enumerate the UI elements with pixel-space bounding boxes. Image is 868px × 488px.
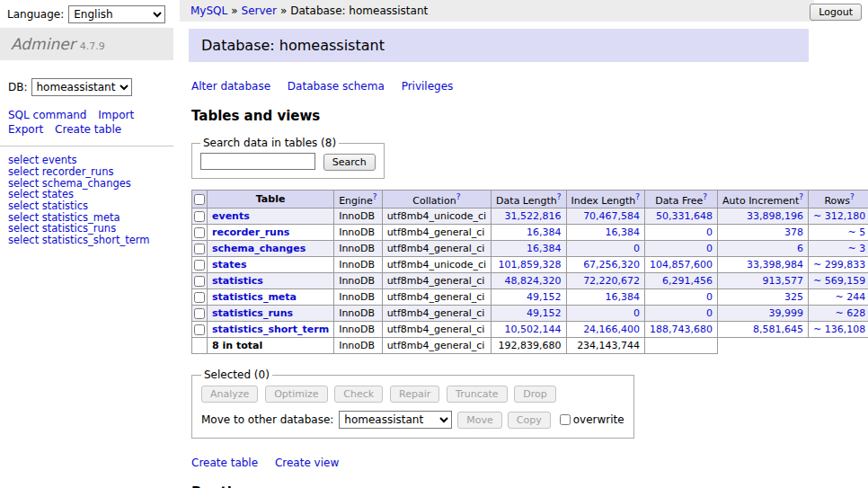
database-schema-link[interactable]: Database schema (288, 80, 385, 93)
row-checkbox[interactable] (194, 324, 205, 335)
check-button[interactable]: Check (334, 386, 383, 403)
row-checkbox[interactable] (194, 244, 205, 254)
table-link[interactable]: statistics_meta (212, 291, 297, 303)
copy-button[interactable]: Copy (508, 412, 551, 429)
help-icon[interactable]: ? (799, 192, 803, 201)
data-free-link[interactable]: 0 (706, 243, 713, 254)
row-checkbox[interactable] (194, 276, 205, 287)
row-checkbox[interactable] (194, 211, 205, 222)
table-link[interactable]: events (212, 210, 250, 222)
auto-increment-link[interactable]: 33,398,984 (747, 259, 803, 271)
adminer-logo-link[interactable]: Adminer (11, 35, 75, 53)
row-checkbox[interactable] (194, 308, 205, 319)
create-table-link[interactable]: Create table (191, 457, 258, 469)
auto-increment-link[interactable]: 6 (797, 243, 803, 254)
rows-link[interactable]: ~ 5 (847, 226, 865, 238)
truncate-button[interactable]: Truncate (447, 386, 507, 403)
breadcrumb-link-mysql[interactable]: MySQL (190, 4, 227, 17)
auto-increment-link[interactable]: 913,577 (763, 275, 804, 287)
alter-database-link[interactable]: Alter database (191, 80, 270, 93)
table-link[interactable]: statistics (212, 275, 263, 287)
index-length-link[interactable]: 67,256,320 (583, 259, 640, 271)
data-length-link[interactable]: 31,522,816 (505, 210, 562, 222)
auto-increment-link[interactable]: 39,999 (769, 307, 804, 319)
search-input[interactable] (200, 153, 315, 170)
sidebar-item-select-statistics-short-term[interactable]: select statistics_short_term (8, 235, 165, 246)
table-link[interactable]: recorder_runs (212, 226, 289, 238)
rows-link[interactable]: ~ 569,159 (813, 275, 865, 287)
sidebar-link-sql-command[interactable]: SQL command (8, 109, 86, 121)
move-button[interactable]: Move (457, 412, 502, 429)
data-length-link[interactable]: 49,152 (527, 307, 562, 319)
sidebar-link-export[interactable]: Export (8, 123, 43, 136)
table-link[interactable]: schema_changes (212, 243, 306, 254)
table-link[interactable]: statistics_runs (212, 307, 293, 319)
create-view-link[interactable]: Create view (275, 457, 339, 469)
sidebar-link-import[interactable]: Import (98, 109, 134, 121)
move-db-select[interactable]: homeassistant (339, 411, 452, 429)
data-length-link[interactable]: 101,859,328 (499, 259, 562, 271)
index-length-link[interactable]: 24,166,400 (583, 324, 640, 335)
index-length-link[interactable]: 72,220,672 (583, 275, 640, 287)
sidebar-item-select-statistics[interactable]: select statistics (8, 200, 165, 212)
row-checkbox[interactable] (194, 292, 205, 303)
help-icon[interactable]: ? (373, 192, 377, 201)
table-link[interactable]: states (212, 259, 247, 271)
routines-heading: Routines (191, 484, 868, 488)
index-length-link[interactable]: 0 (633, 307, 640, 319)
optimize-button[interactable]: Optimize (265, 386, 327, 403)
data-length-link[interactable]: 48,824,320 (505, 275, 562, 287)
sidebar-item-select-events[interactable]: select events (8, 155, 165, 166)
language-select[interactable]: English (68, 5, 165, 23)
index-length-link[interactable]: 16,384 (606, 291, 641, 303)
help-icon[interactable]: ? (456, 192, 461, 201)
overwrite-option: overwrite (560, 413, 624, 426)
select-all-cell (192, 190, 208, 209)
auto-increment-link[interactable]: 378 (784, 226, 803, 238)
table-link[interactable]: statistics_short_term (212, 324, 329, 335)
data-free-link[interactable]: 104,857,600 (650, 259, 713, 271)
db-select[interactable]: homeassistant (31, 78, 132, 96)
overwrite-checkbox[interactable] (560, 414, 571, 425)
selected-buttons-row: Analyze Optimize Check Repair Truncate D… (201, 386, 624, 403)
breadcrumb-link-server[interactable]: Server (242, 4, 277, 17)
sidebar-item-select-recorder-runs[interactable]: select recorder_runs (8, 166, 165, 178)
rows-link[interactable]: ~ 312,180 (813, 210, 865, 222)
data-length-link[interactable]: 16,384 (527, 226, 562, 238)
auto-increment-link[interactable]: 8,581,645 (753, 324, 803, 335)
row-checkbox[interactable] (194, 260, 205, 271)
data-free-link[interactable]: 188,743,680 (650, 324, 713, 335)
help-icon[interactable]: ? (850, 192, 855, 201)
data-length-link[interactable]: 49,152 (527, 291, 562, 303)
row-checkbox[interactable] (194, 227, 205, 238)
drop-button[interactable]: Drop (514, 386, 555, 403)
analyze-button[interactable]: Analyze (201, 386, 258, 403)
rows-link[interactable]: ~ 244 (835, 291, 865, 303)
repair-button[interactable]: Repair (390, 386, 439, 403)
rows-link[interactable]: ~ 299,833 (813, 259, 865, 271)
breadcrumb-current: Database: homeassistant (290, 4, 428, 17)
logout-button[interactable]: Logout (810, 4, 862, 21)
privileges-link[interactable]: Privileges (402, 80, 454, 93)
index-length-link[interactable]: 16,384 (606, 226, 641, 238)
rows-link[interactable]: ~ 3 (847, 243, 865, 254)
data-free-link[interactable]: 0 (706, 226, 713, 238)
sidebar-link-create-table[interactable]: Create table (55, 123, 121, 136)
help-icon[interactable]: ? (557, 192, 562, 201)
auto-increment-link[interactable]: 325 (784, 291, 803, 303)
auto-increment-link[interactable]: 33,898,196 (747, 210, 803, 222)
data-free-link[interactable]: 0 (706, 291, 713, 303)
rows-link[interactable]: ~ 628 (835, 307, 865, 319)
help-icon[interactable]: ? (635, 192, 640, 201)
search-button[interactable]: Search (323, 154, 376, 171)
data-length-link[interactable]: 16,384 (527, 243, 562, 254)
select-all-checkbox[interactable] (194, 194, 205, 205)
index-length-link[interactable]: 70,467,584 (583, 210, 640, 222)
data-free-link[interactable]: 6,291,456 (662, 275, 713, 287)
help-icon[interactable]: ? (703, 192, 707, 201)
rows-link[interactable]: ~ 136,108 (813, 324, 865, 335)
data-length-link[interactable]: 10,502,144 (505, 324, 562, 335)
data-free-link[interactable]: 50,331,648 (656, 210, 713, 222)
index-length-link[interactable]: 0 (633, 243, 640, 254)
data-free-link[interactable]: 0 (706, 307, 713, 319)
